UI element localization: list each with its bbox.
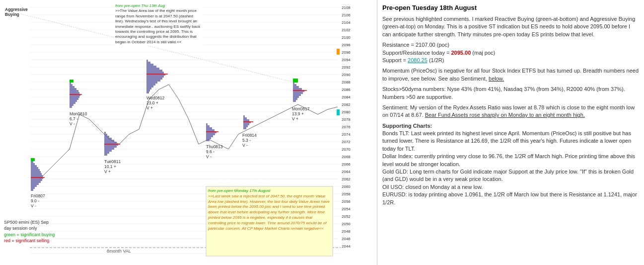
svg-text:2060: 2060	[342, 184, 351, 189]
svg-rect-164	[243, 125, 248, 127]
svg-text:green = significant buying: green = significant buying	[4, 232, 55, 237]
svg-text:2096: 2096	[342, 50, 351, 55]
svg-rect-96	[70, 92, 79, 94]
right-panel-momentum: Momentum (PriceOsc) is negative for all …	[382, 67, 639, 83]
svg-text:V -: V -	[70, 121, 75, 126]
svg-rect-84	[31, 187, 35, 189]
svg-rect-83	[31, 185, 37, 187]
svg-rect-172	[293, 86, 299, 88]
svg-rect-138	[146, 86, 153, 88]
svg-rect-72	[31, 163, 35, 165]
svg-rect-109	[104, 132, 106, 134]
svg-rect-135	[146, 80, 160, 82]
svg-text:2062: 2062	[342, 177, 351, 181]
right-panel-stocks: Stocks>50dyma numbers: Nyse 43% (from 41…	[382, 86, 639, 101]
svg-rect-130	[146, 70, 162, 72]
svg-text:Buying: Buying	[5, 12, 19, 17]
right-panel-sentiment: Sentiment: My version of the Rydex Asset…	[382, 104, 639, 119]
svg-text:red = significant selling: red = significant selling	[4, 238, 49, 243]
svg-rect-140	[146, 89, 150, 91]
svg-text:Tue0811: Tue0811	[104, 159, 121, 164]
svg-rect-179	[293, 100, 296, 102]
svg-rect-152	[206, 135, 213, 137]
svg-rect-100	[70, 100, 77, 102]
svg-text:2086: 2086	[342, 88, 351, 92]
svg-text:Mon0817: Mon0817	[292, 106, 310, 111]
svg-rect-186	[337, 109, 340, 115]
svg-rect-148	[206, 127, 212, 129]
svg-rect-110	[104, 134, 107, 136]
svg-rect-165	[243, 127, 246, 129]
svg-text:2048: 2048	[342, 229, 351, 234]
svg-text:2066: 2066	[342, 162, 351, 167]
svg-rect-160	[243, 117, 247, 119]
svg-rect-99	[70, 98, 78, 100]
svg-rect-147	[206, 125, 210, 127]
svg-text:2044: 2044	[342, 244, 351, 249]
svg-rect-114	[104, 142, 117, 144]
svg-text:2058: 2058	[342, 192, 351, 196]
svg-rect-82	[31, 183, 39, 185]
svg-rect-118	[104, 150, 112, 152]
svg-rect-163	[243, 123, 249, 125]
svg-text:13.9 +: 13.9 +	[292, 111, 304, 116]
svg-text:Aggressive: Aggressive	[5, 7, 28, 12]
svg-rect-80	[31, 179, 42, 181]
svg-text:2054: 2054	[342, 207, 351, 211]
svg-text:2082: 2082	[342, 102, 351, 107]
svg-text:V +: V +	[146, 105, 153, 110]
svg-rect-161	[243, 119, 249, 121]
svg-text:V +: V +	[104, 169, 111, 174]
svg-rect-171	[293, 84, 296, 86]
svg-rect-181	[293, 79, 298, 83]
svg-rect-153	[206, 137, 211, 139]
svg-text:2108: 2108	[342, 5, 351, 10]
svg-rect-76	[31, 171, 41, 173]
svg-text:Wed0812: Wed0812	[146, 95, 165, 100]
svg-text:2104: 2104	[342, 20, 351, 25]
svg-text:2098: 2098	[342, 43, 351, 47]
svg-text:2068: 2068	[342, 155, 351, 159]
svg-text:V -: V -	[242, 143, 248, 148]
svg-text:Fri0814: Fri0814	[242, 133, 257, 138]
svg-text:2074: 2074	[342, 132, 351, 137]
svg-text:2090: 2090	[342, 73, 351, 77]
svg-text:2076: 2076	[342, 125, 351, 129]
svg-text:2106: 2106	[342, 13, 351, 17]
svg-text:2052: 2052	[342, 214, 351, 219]
svg-rect-102	[70, 104, 73, 106]
right-panel-para-1: See previous highlighted comments. I mar…	[382, 15, 639, 38]
svg-text:2102: 2102	[342, 28, 351, 32]
svg-text:2084: 2084	[342, 95, 351, 99]
svg-text:V -: V -	[31, 203, 36, 208]
svg-rect-131	[146, 72, 164, 74]
svg-text:2050: 2050	[342, 222, 351, 226]
svg-rect-159	[243, 115, 245, 117]
svg-rect-71	[31, 161, 33, 163]
svg-text:Fri0807: Fri0807	[31, 193, 45, 198]
svg-text:9.6 -: 9.6 -	[206, 149, 215, 154]
svg-text:V +: V +	[292, 116, 298, 121]
svg-rect-137	[146, 84, 155, 86]
svg-rect-129	[146, 68, 159, 70]
svg-text:2064: 2064	[342, 170, 351, 174]
svg-text:23.0 +: 23.0 +	[146, 100, 158, 105]
svg-rect-113	[104, 140, 114, 142]
svg-rect-139	[146, 88, 151, 89]
svg-text:2080: 2080	[342, 110, 351, 114]
right-panel-levels: Resistance = 2107.00 (poc) Support/Resis…	[382, 41, 639, 64]
svg-text:9.0 -: 9.0 -	[31, 198, 39, 203]
svg-rect-177	[293, 96, 299, 98]
svg-text:2072: 2072	[342, 140, 351, 144]
svg-text:day session only: day session only	[4, 226, 37, 231]
chart-svg: 8month VAL 2108 2106 2104 2102 2100 2098…	[0, 0, 358, 265]
svg-rect-92	[70, 84, 72, 86]
svg-text:2056: 2056	[342, 199, 351, 204]
svg-rect-154	[206, 139, 210, 141]
svg-rect-101	[70, 102, 75, 104]
svg-rect-116	[104, 146, 117, 148]
svg-rect-133	[146, 76, 164, 78]
right-panel-title: Pre-open Tuesday 18th August	[382, 4, 639, 11]
svg-rect-93	[70, 86, 74, 88]
svg-rect-95	[70, 90, 78, 92]
